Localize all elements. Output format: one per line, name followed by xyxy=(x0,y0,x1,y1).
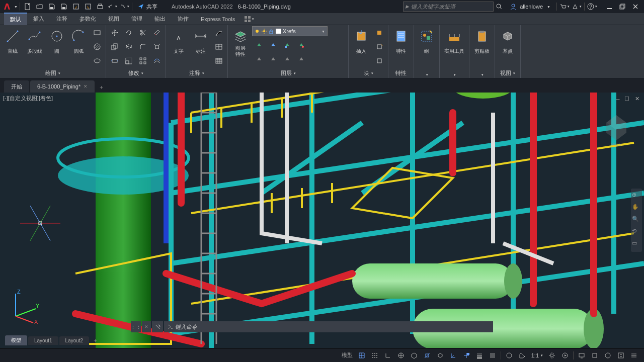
app-switcher-icon[interactable]: ▾ xyxy=(571,1,582,12)
qat-webopen-icon[interactable] xyxy=(70,1,82,12)
status-scale[interactable]: 1:1▾ xyxy=(529,350,545,361)
qat-undo-icon[interactable]: ▾ xyxy=(107,1,118,12)
panel-group-title[interactable]: ▾ xyxy=(416,72,437,78)
layer-freeze-icon[interactable] xyxy=(266,38,279,51)
command-input[interactable]: 键入命令 xyxy=(164,321,493,332)
status-monitor-icon[interactable] xyxy=(576,350,588,361)
app-menu-caret[interactable]: ▼ xyxy=(14,5,18,9)
status-cycling-icon[interactable] xyxy=(503,350,515,361)
panel-layers-title[interactable]: 图层▾ xyxy=(230,68,346,78)
layer-off-icon[interactable] xyxy=(252,38,265,51)
utilities-button[interactable]: 实用工具 xyxy=(442,26,467,59)
tab-express[interactable]: Express Tools xyxy=(195,14,241,24)
tab-default[interactable]: 默认 xyxy=(4,13,27,25)
base-view-button[interactable]: 基点 xyxy=(497,26,518,59)
drawing-viewport[interactable]: [-][自定义视图][着色] — ☐ ✕ xyxy=(0,93,644,348)
close-icon[interactable]: ✕ xyxy=(84,84,88,89)
hatch-icon[interactable] xyxy=(91,40,104,53)
user-menu[interactable]: allenlowe ▼ xyxy=(506,3,554,10)
status-customize-icon[interactable] xyxy=(628,350,640,361)
clipboard-button[interactable]: 剪贴板 xyxy=(471,26,493,59)
status-hardware-icon[interactable] xyxy=(602,350,614,361)
orbit-icon[interactable]: ⟲ xyxy=(632,228,641,237)
create-block-icon[interactable] xyxy=(373,26,386,39)
layout-tab-model[interactable]: 模型 xyxy=(5,335,27,345)
cmd-grip-icon[interactable]: ⋮⋮ xyxy=(131,321,141,332)
qat-saveas-icon[interactable] xyxy=(58,1,69,12)
explode-icon[interactable] xyxy=(150,40,164,53)
panel-draw-title[interactable]: 绘图▾ xyxy=(2,68,104,78)
layer-icon4[interactable] xyxy=(294,52,307,65)
panel-clipboard-title[interactable]: ▾ xyxy=(471,72,493,78)
tab-annotate[interactable]: 注释 xyxy=(50,13,73,25)
status-polar-icon[interactable] xyxy=(395,350,407,361)
tab-manage[interactable]: 管理 xyxy=(125,13,148,25)
status-dynucs-icon[interactable] xyxy=(447,350,459,361)
trim-icon[interactable] xyxy=(136,26,149,39)
tab-featured-apps[interactable]: ▾ xyxy=(243,14,255,24)
help-icon[interactable]: ?▾ xyxy=(587,1,598,12)
stretch-icon[interactable] xyxy=(108,54,121,67)
tab-parametric[interactable]: 参数化 xyxy=(73,13,102,25)
properties-button[interactable]: 特性 xyxy=(390,26,412,59)
close-button[interactable] xyxy=(629,1,642,12)
layer-icon2[interactable] xyxy=(266,52,279,65)
share-button[interactable]: 共享 xyxy=(134,1,160,12)
copy-icon[interactable] xyxy=(108,40,121,53)
status-cleanscreen-icon[interactable] xyxy=(615,350,627,361)
tab-insert[interactable]: 插入 xyxy=(27,13,50,25)
layout-tab-2[interactable]: Layout2 xyxy=(59,336,90,345)
panel-utilities-title[interactable]: ▾ xyxy=(442,72,467,78)
leader-icon[interactable] xyxy=(212,26,225,39)
cmd-customize-icon[interactable] xyxy=(152,321,163,332)
status-lwt-icon[interactable] xyxy=(473,350,486,361)
group-button[interactable]: 组 xyxy=(416,26,437,59)
minimize-button[interactable] xyxy=(603,1,616,12)
rotate-icon[interactable] xyxy=(122,26,135,39)
table2-icon[interactable] xyxy=(212,54,225,67)
status-ortho-icon[interactable] xyxy=(382,350,394,361)
status-annoscale-icon[interactable] xyxy=(516,350,528,361)
circle-button[interactable]: 圆 xyxy=(46,26,67,59)
ucs-icon[interactable]: Z Y X xyxy=(8,289,43,324)
qat-save-icon[interactable] xyxy=(46,1,57,12)
file-tab-start[interactable]: 开始 xyxy=(4,80,29,93)
search-input[interactable]: 键入关键字或短语 xyxy=(403,2,494,12)
panel-properties-title[interactable]: 特性 xyxy=(390,68,412,78)
scale-icon[interactable] xyxy=(122,54,135,67)
panel-block-title[interactable]: 块▾ xyxy=(351,68,386,78)
panel-annotation-title[interactable]: 注释▾ xyxy=(168,68,225,78)
add-file-tab[interactable]: ＋ xyxy=(96,81,107,93)
table-icon[interactable] xyxy=(212,40,225,53)
layer-icon1[interactable] xyxy=(252,52,265,65)
status-iso-icon[interactable] xyxy=(408,350,420,361)
full-nav-icon[interactable]: ⊕ xyxy=(632,192,641,201)
status-transparency-icon[interactable] xyxy=(487,350,499,361)
qat-open-icon[interactable] xyxy=(34,1,45,12)
array-icon[interactable] xyxy=(136,54,149,67)
rect-icon[interactable] xyxy=(91,26,104,39)
status-ws-icon[interactable] xyxy=(559,350,571,361)
status-grid-icon[interactable] xyxy=(356,350,368,361)
status-isolate-icon[interactable] xyxy=(589,350,601,361)
erase-icon[interactable] xyxy=(150,26,164,39)
insert-button[interactable]: 插入 xyxy=(351,26,372,59)
cmd-close-icon[interactable]: ✕ xyxy=(142,321,151,332)
layer-icon3[interactable] xyxy=(280,52,293,65)
tab-collab[interactable]: 协作 xyxy=(172,13,195,25)
layer-match-icon[interactable] xyxy=(294,38,307,51)
file-tab-drawing[interactable]: 6-B-1000_Piping*✕ xyxy=(30,80,95,93)
layout-tab-1[interactable]: Layout1 xyxy=(28,336,58,345)
status-model[interactable]: 模型 xyxy=(340,350,355,361)
layer-lock-icon[interactable] xyxy=(280,38,293,51)
search-icon[interactable] xyxy=(494,1,505,12)
status-osnap-icon[interactable] xyxy=(421,350,433,361)
qat-plot-icon[interactable] xyxy=(95,1,106,12)
attr-icon[interactable] xyxy=(373,54,386,67)
pan-icon[interactable]: ✋ xyxy=(632,204,641,213)
status-gear-icon[interactable] xyxy=(546,350,558,361)
mirror-icon[interactable] xyxy=(122,40,135,53)
show-motion-icon[interactable]: ▭ xyxy=(632,240,641,249)
app-logo[interactable] xyxy=(2,2,12,12)
text-button[interactable]: A文字 xyxy=(168,26,189,59)
